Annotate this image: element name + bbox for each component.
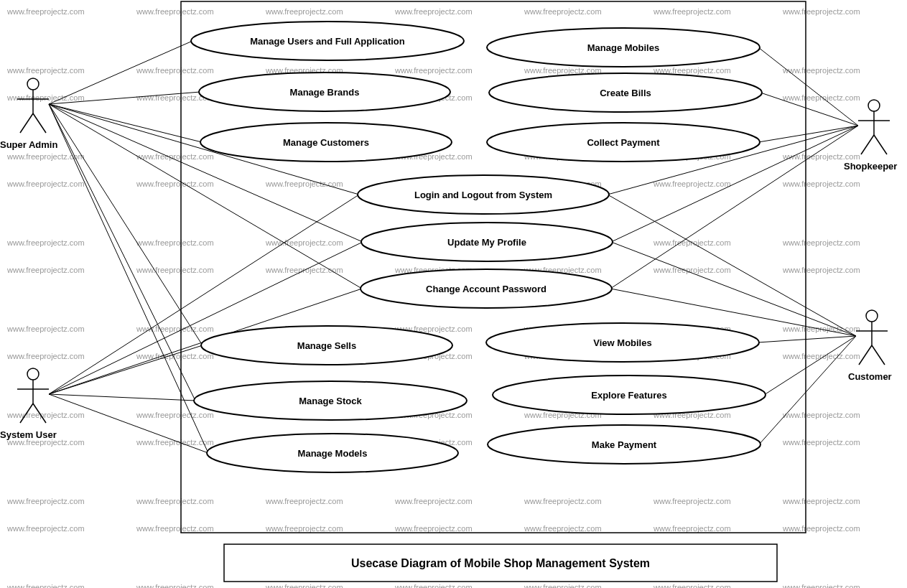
- assoc-line: [761, 93, 858, 126]
- assoc-line: [49, 104, 203, 345]
- usecase-manageStock: Manage Stock: [194, 381, 467, 420]
- assoc-line: [759, 336, 856, 444]
- assoc-line: [758, 336, 856, 342]
- usecase-label: Manage Customers: [283, 137, 369, 148]
- usecase-exploreFeatures: Explore Features: [493, 375, 766, 414]
- actor-head-icon: [866, 310, 878, 322]
- actor-customer: Customer: [848, 310, 892, 382]
- usecase-manageModels: Manage Models: [207, 434, 458, 472]
- assoc-line: [49, 345, 203, 394]
- assoc-line: [49, 242, 363, 394]
- usecase-updateProfile: Update My Profile: [361, 223, 613, 261]
- actor-leg-left: [20, 113, 33, 133]
- usecase-diagram-svg: Manage Users and Full ApplicationManage …: [0, 0, 907, 588]
- actor-leg-right: [874, 135, 887, 154]
- actor-head-icon: [27, 78, 39, 90]
- usecase-label: Manage Stock: [299, 396, 362, 406]
- usecase-label: Manage Users and Full Application: [250, 36, 405, 47]
- assoc-line: [49, 104, 195, 401]
- usecase-label: Explore Features: [591, 390, 667, 401]
- usecase-manageSells: Manage Sells: [201, 326, 452, 365]
- diagram-title: Usecase Diagram of Mobile Shop Managemen…: [351, 557, 650, 569]
- usecase-makePayment: Make Payment: [488, 425, 761, 464]
- actor-head-icon: [868, 100, 880, 111]
- usecase-label: Manage Sells: [297, 340, 356, 351]
- usecase-label: Update My Profile: [447, 237, 526, 248]
- usecase-viewMobiles: View Mobiles: [486, 323, 759, 362]
- usecase-label: Collect Payment: [587, 137, 660, 148]
- usecase-label: Create Bills: [600, 88, 651, 98]
- usecase-collectPayment: Collect Payment: [487, 123, 760, 162]
- usecase-createBills: Create Bills: [489, 73, 762, 112]
- actor-leg-left: [859, 345, 872, 365]
- actor-label: Shopkeeper: [844, 161, 897, 172]
- usecase-manageUsers: Manage Users and Full Application: [191, 22, 464, 60]
- usecase-label: Manage Models: [298, 448, 368, 459]
- assoc-line: [758, 47, 858, 126]
- assoc-line: [49, 394, 208, 453]
- assoc-line: [608, 195, 856, 336]
- usecase-label: Login and Logout from System: [414, 190, 552, 200]
- assoc-line: [764, 336, 856, 395]
- actor-superAdmin: Super Admin: [0, 78, 57, 150]
- usecase-label: Manage Brands: [290, 87, 360, 98]
- actor-shopkeeper: Shopkeeper: [844, 100, 897, 172]
- actor-label: System User: [0, 429, 57, 440]
- assoc-line: [49, 104, 208, 453]
- usecase-label: Make Payment: [592, 439, 657, 450]
- usecase-manageCustomers: Manage Customers: [200, 123, 452, 162]
- actor-systemUser: System User: [0, 368, 57, 440]
- actor-label: Customer: [848, 371, 892, 382]
- actor-leg-left: [20, 403, 33, 423]
- usecase-label: View Mobiles: [593, 337, 651, 348]
- assoc-line: [49, 104, 202, 142]
- title-box: Usecase Diagram of Mobile Shop Managemen…: [224, 544, 777, 582]
- actor-leg-right: [33, 403, 46, 423]
- actor-leg-left: [861, 135, 874, 154]
- usecase-label: Manage Mobiles: [587, 42, 659, 53]
- usecase-changePassword: Change Account Password: [361, 269, 612, 308]
- actor-leg-right: [872, 345, 885, 365]
- assoc-line: [49, 394, 195, 401]
- usecase-manageMobiles: Manage Mobiles: [487, 28, 760, 67]
- usecase-manageBrands: Manage Brands: [199, 73, 450, 111]
- usecase-loginLogout: Login and Logout from System: [358, 175, 609, 214]
- actor-leg-right: [33, 113, 46, 133]
- actor-head-icon: [27, 368, 39, 380]
- actor-label: Super Admin: [0, 139, 57, 150]
- usecase-label: Change Account Password: [426, 284, 546, 294]
- assoc-line: [611, 242, 856, 336]
